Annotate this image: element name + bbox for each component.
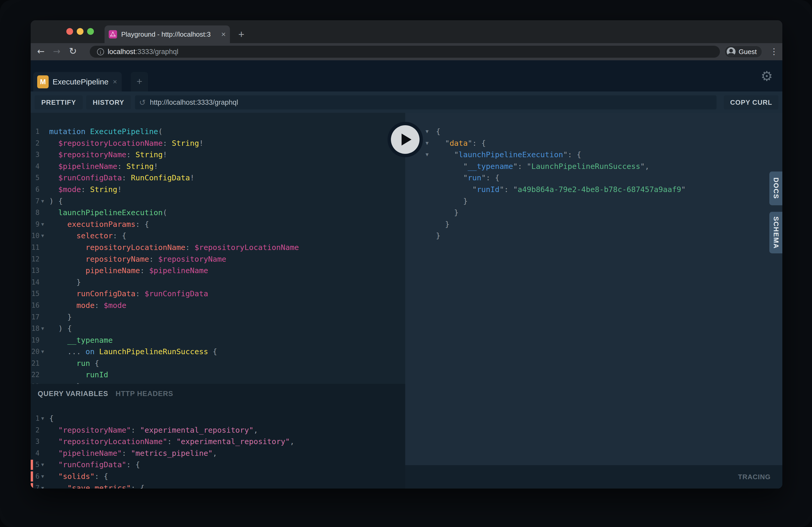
profile-chip[interactable]: Guest bbox=[725, 46, 762, 58]
code-token: } bbox=[436, 231, 440, 240]
code-token: { bbox=[95, 359, 99, 368]
browser-menu-icon[interactable]: ⋮ bbox=[768, 43, 780, 60]
code-token: mutation bbox=[49, 127, 86, 136]
code-line: 7▼) { bbox=[31, 195, 405, 207]
fold-spacer bbox=[40, 334, 46, 346]
code-text: $pipelineName: String! bbox=[46, 161, 158, 172]
line-number: 1 bbox=[31, 126, 40, 137]
line-number: 4 bbox=[31, 161, 40, 172]
browser-tab-title: Playground - http://localhost:3 bbox=[121, 30, 218, 39]
forward-icon: → bbox=[50, 43, 63, 60]
code-token: ": " bbox=[513, 162, 531, 171]
tab-query-variables[interactable]: QUERY VARIABLES bbox=[38, 390, 108, 397]
address-bar[interactable]: i localhost:3333/graphql bbox=[90, 46, 720, 58]
browser-tab[interactable]: Playground - http://localhost:3 × bbox=[104, 26, 230, 43]
code-line: 10▼ selector: { bbox=[31, 230, 405, 242]
fold-arrow-icon[interactable]: ▼ bbox=[40, 471, 46, 482]
fold-arrow-icon[interactable]: ▼ bbox=[422, 137, 432, 149]
tracing-bar[interactable]: TRACING bbox=[405, 465, 782, 488]
code-token: " bbox=[454, 150, 459, 159]
fold-arrow-icon[interactable]: ▼ bbox=[40, 482, 46, 488]
fold-arrow-icon[interactable]: ▼ bbox=[40, 346, 46, 358]
code-token bbox=[49, 173, 58, 182]
code-line: ▼ "launchPipelineExecution": { bbox=[405, 149, 782, 161]
code-token bbox=[49, 289, 76, 298]
tab-http-headers[interactable]: HTTP HEADERS bbox=[116, 390, 173, 397]
code-line: 3 "repositoryLocationName": "experimenta… bbox=[31, 436, 405, 448]
close-window-button[interactable] bbox=[66, 28, 73, 35]
code-token: ", bbox=[640, 162, 650, 171]
prettify-button[interactable]: PRETTIFY bbox=[34, 95, 83, 109]
code-token bbox=[49, 243, 86, 252]
fold-arrow-icon[interactable]: ▼ bbox=[40, 219, 46, 230]
code-token bbox=[49, 255, 86, 264]
code-token bbox=[49, 426, 58, 435]
new-tab-button[interactable]: + bbox=[236, 29, 247, 41]
playground-tab-executepipeline[interactable]: M ExecutePipeline × bbox=[33, 72, 122, 91]
fold-spacer bbox=[40, 300, 46, 311]
code-token bbox=[117, 231, 122, 240]
minimize-window-button[interactable] bbox=[77, 28, 84, 35]
code-token: run bbox=[468, 173, 481, 182]
code-token bbox=[99, 301, 103, 310]
code-token: : bbox=[122, 173, 126, 182]
zoom-window-button[interactable] bbox=[87, 28, 94, 35]
code-token: { bbox=[122, 231, 126, 240]
code-line: 6 $mode: String! bbox=[31, 184, 405, 195]
close-playground-tab-icon[interactable]: × bbox=[113, 78, 117, 86]
code-token bbox=[122, 162, 126, 171]
line-number: 14 bbox=[31, 276, 40, 288]
site-info-icon[interactable]: i bbox=[97, 48, 104, 55]
code-token bbox=[49, 313, 67, 321]
code-token bbox=[49, 231, 76, 240]
new-playground-tab-button[interactable]: + bbox=[131, 72, 148, 91]
fold-arrow-icon[interactable]: ▼ bbox=[40, 413, 46, 424]
endpoint-reload-icon[interactable]: ↺ bbox=[139, 98, 146, 107]
code-text: "__typename": "LaunchPipelineRunSuccess"… bbox=[432, 161, 650, 172]
code-token: ! bbox=[163, 150, 167, 159]
reload-icon[interactable]: ↻ bbox=[66, 43, 79, 60]
query-editor[interactable]: 1mutation ExecutePipeline(2 $repositoryL… bbox=[31, 113, 405, 384]
code-token bbox=[436, 197, 463, 206]
code-line: 4 $pipelineName: String! bbox=[31, 161, 405, 172]
schema-side-tab[interactable]: SCHEMA bbox=[769, 212, 782, 253]
code-token bbox=[140, 289, 144, 298]
fold-spacer bbox=[422, 195, 432, 207]
fold-spacer bbox=[40, 381, 46, 384]
fold-arrow-icon[interactable]: ▼ bbox=[40, 195, 46, 207]
playground-tab-bar: M ExecutePipeline × + ⚙ bbox=[31, 60, 782, 91]
code-text: { bbox=[432, 126, 440, 137]
fold-spacer bbox=[422, 230, 432, 242]
code-line: 18▼ ) { bbox=[31, 323, 405, 334]
code-line: 11 repositoryLocationName: $repositoryLo… bbox=[31, 242, 405, 253]
code-line: 14 } bbox=[31, 276, 405, 288]
code-token bbox=[436, 150, 454, 159]
response-viewer[interactable]: ▼{▼ "data": {▼ "launchPipelineExecution"… bbox=[405, 113, 782, 465]
code-line: 12 repositoryName: $repositoryName bbox=[31, 253, 405, 265]
code-token: $repositoryName bbox=[158, 255, 226, 264]
code-token: ! bbox=[190, 173, 194, 182]
fold-arrow-icon[interactable]: ▼ bbox=[40, 323, 46, 334]
execute-query-button[interactable] bbox=[388, 122, 423, 157]
line-number: 15 bbox=[31, 288, 40, 300]
variables-editor[interactable]: 1▼{2 "repositoryName": "experimental_rep… bbox=[31, 413, 405, 488]
copy-curl-button[interactable]: COPY CURL bbox=[724, 95, 779, 109]
fold-spacer bbox=[40, 288, 46, 300]
line-number: 17 bbox=[31, 311, 40, 323]
fold-arrow-icon[interactable]: ▼ bbox=[422, 149, 432, 161]
back-icon[interactable]: ← bbox=[34, 43, 47, 60]
profile-name: Guest bbox=[739, 48, 757, 56]
settings-gear-icon[interactable]: ⚙ bbox=[759, 67, 774, 85]
line-number: 20 bbox=[31, 346, 40, 358]
fold-arrow-icon[interactable]: ▼ bbox=[40, 230, 46, 242]
fold-arrow-icon[interactable]: ▼ bbox=[422, 126, 432, 137]
close-tab-icon[interactable]: × bbox=[221, 30, 226, 38]
code-token: ! bbox=[154, 162, 158, 171]
code-token bbox=[49, 208, 58, 217]
docs-side-tab[interactable]: DOCS bbox=[769, 171, 782, 205]
code-token: , bbox=[213, 449, 217, 457]
history-button[interactable]: HISTORY bbox=[86, 95, 131, 109]
endpoint-input[interactable]: ↺ http://localhost:3333/graphql bbox=[135, 95, 716, 109]
fold-arrow-icon[interactable]: ▼ bbox=[40, 459, 46, 471]
code-line: 3 $repositoryName: String! bbox=[31, 149, 405, 161]
